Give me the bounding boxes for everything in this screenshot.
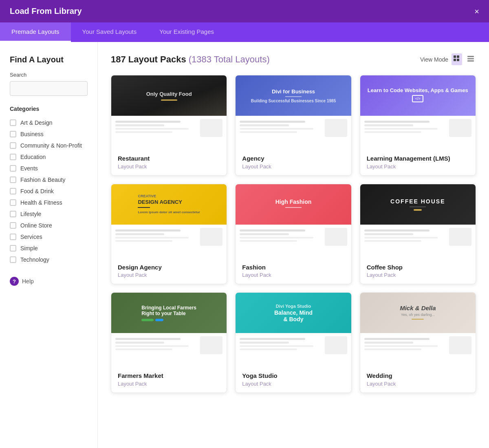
category-name-fashion: Fashion & Beauty	[20, 177, 66, 183]
category-checkbox-events[interactable]	[10, 165, 16, 172]
category-item-online-store[interactable]: Online Store	[10, 220, 88, 231]
category-name-simple: Simple	[20, 245, 38, 252]
card-type-wedding: Layout Pack	[367, 381, 469, 387]
category-item-health[interactable]: Health & Fitness	[10, 197, 88, 208]
category-name-services: Services	[20, 234, 42, 240]
category-checkbox-art[interactable]	[10, 119, 16, 126]
modal-container: Load From Library × Premade Layouts Your…	[0, 0, 489, 448]
category-name-health: Health & Fitness	[20, 199, 62, 206]
search-input[interactable]	[10, 81, 88, 96]
category-item-community[interactable]: Community & Non-Profit	[10, 140, 88, 151]
category-checkbox-fashion[interactable]	[10, 177, 16, 183]
card-info-agency: Agency Layout Pack	[236, 149, 351, 175]
card-info-fashion: Fashion Layout Pack	[236, 258, 351, 284]
svg-rect-6	[467, 60, 474, 62]
category-item-business[interactable]: Business	[10, 128, 88, 140]
card-name-wedding: Wedding	[367, 372, 469, 380]
category-name-technology: Technology	[20, 256, 49, 263]
card-name-restaurant: Restaurant	[118, 154, 220, 163]
layout-card-wedding[interactable]: Mick & DellaYes, oh yes darling... Weddi…	[360, 292, 476, 393]
category-checkbox-business[interactable]	[10, 131, 16, 137]
close-button[interactable]: ×	[474, 7, 479, 15]
category-name-business: Business	[20, 131, 44, 137]
category-checkbox-lifestyle[interactable]	[10, 211, 16, 217]
modal-title: Load From Library	[10, 7, 82, 16]
category-checkbox-health[interactable]	[10, 199, 16, 206]
layout-card-agency[interactable]: Divi for BusinessBuilding Successful Bus…	[235, 75, 351, 176]
card-type-restaurant: Layout Pack	[118, 163, 220, 170]
category-name-events: Events	[20, 165, 38, 172]
card-type-lms: Layout Pack	[367, 163, 469, 170]
card-name-lms: Learning Management (LMS)	[367, 154, 469, 163]
layout-card-fashion[interactable]: High Fashion Fashion Layout Pack	[235, 184, 351, 285]
card-type-agency: Layout Pack	[242, 163, 344, 170]
main-content: 187 Layout Packs (1383 Total Layouts) Vi…	[98, 42, 489, 448]
tab-saved[interactable]: Your Saved Layouts	[71, 22, 148, 42]
card-name-farmers: Farmers Market	[118, 372, 220, 380]
card-info-design-agency: Design Agency Layout Pack	[111, 258, 227, 284]
card-preview-farmers: Bringing Local FarmersRight to your Tabl…	[111, 293, 227, 366]
card-type-fashion: Layout Pack	[242, 272, 344, 278]
layout-grid: Only Quality Food Restaurant Layout Pack…	[111, 75, 476, 393]
layout-card-design-agency[interactable]: CREATIVEDESIGN AGENCYLorem ipsum dolor s…	[111, 184, 227, 285]
card-info-yoga: Yoga Studio Layout Pack	[236, 366, 351, 393]
card-preview-yoga: Divi Yoga StudioBalance, Mind& Body	[236, 293, 351, 366]
help-label: Help	[22, 278, 34, 285]
category-item-education[interactable]: Education	[10, 151, 88, 163]
categories-label: Categories	[10, 106, 88, 112]
category-checkbox-community[interactable]	[10, 142, 16, 149]
grid-view-icon[interactable]	[452, 53, 462, 65]
category-name-lifestyle: Lifestyle	[20, 211, 41, 217]
view-mode-label: View Mode	[420, 56, 448, 63]
total-layouts: (1383 Total Layouts)	[189, 54, 270, 64]
modal-header: Load From Library ×	[0, 0, 489, 22]
card-type-coffee: Layout Pack	[367, 272, 469, 278]
layout-card-restaurant[interactable]: Only Quality Food Restaurant Layout Pack	[111, 75, 227, 176]
category-name-education: Education	[20, 154, 46, 160]
card-name-agency: Agency	[242, 154, 344, 163]
category-checkbox-education[interactable]	[10, 154, 16, 160]
search-label: Search	[10, 72, 88, 78]
category-item-art[interactable]: Art & Design	[10, 117, 88, 128]
layout-card-lms[interactable]: Learn to Code Websites, Apps & Games</> …	[360, 75, 476, 176]
svg-rect-1	[457, 55, 459, 58]
category-item-food[interactable]: Food & Drink	[10, 185, 88, 197]
svg-rect-2	[454, 59, 456, 61]
layout-card-coffee[interactable]: COFFEE HOUSE Coffee Shop Layout Pack	[360, 184, 476, 285]
card-preview-wedding: Mick & DellaYes, oh yes darling...	[360, 293, 476, 366]
category-item-simple[interactable]: Simple	[10, 243, 88, 254]
category-item-services[interactable]: Services	[10, 231, 88, 243]
svg-rect-5	[467, 58, 474, 60]
card-name-fashion: Fashion	[242, 263, 344, 271]
tabs-bar: Premade Layouts Your Saved Layouts Your …	[0, 22, 489, 42]
help-button[interactable]: ? Help	[10, 277, 88, 286]
category-item-events[interactable]: Events	[10, 163, 88, 174]
card-preview-fashion: High Fashion	[236, 184, 351, 258]
card-preview-agency: Divi for BusinessBuilding Successful Bus…	[236, 75, 351, 149]
category-checkbox-simple[interactable]	[10, 245, 16, 252]
layout-card-yoga[interactable]: Divi Yoga StudioBalance, Mind& Body Yoga…	[235, 292, 351, 393]
category-item-technology[interactable]: Technology	[10, 254, 88, 265]
card-info-lms: Learning Management (LMS) Layout Pack	[360, 149, 476, 175]
card-name-yoga: Yoga Studio	[242, 372, 344, 380]
card-name-coffee: Coffee Shop	[367, 263, 469, 271]
layout-card-farmers[interactable]: Bringing Local FarmersRight to your Tabl…	[111, 292, 227, 393]
list-view-icon[interactable]	[465, 53, 476, 65]
help-icon: ?	[10, 277, 19, 286]
card-name-design-agency: Design Agency	[118, 263, 220, 271]
category-name-food: Food & Drink	[20, 188, 54, 194]
category-name-community: Community & Non-Profit	[20, 142, 82, 149]
category-checkbox-technology[interactable]	[10, 256, 16, 263]
category-name-art: Art & Design	[20, 119, 53, 126]
category-checkbox-services[interactable]	[10, 234, 16, 240]
tab-existing[interactable]: Your Existing Pages	[148, 22, 225, 42]
card-preview-restaurant: Only Quality Food	[111, 75, 227, 149]
category-checkbox-online-store[interactable]	[10, 222, 16, 229]
category-checkbox-food[interactable]	[10, 188, 16, 194]
category-item-fashion[interactable]: Fashion & Beauty	[10, 174, 88, 185]
svg-rect-3	[457, 59, 459, 61]
tab-premade[interactable]: Premade Layouts	[0, 22, 71, 42]
category-item-lifestyle[interactable]: Lifestyle	[10, 208, 88, 220]
view-mode-controls: View Mode	[420, 53, 476, 65]
sidebar: Find A Layout Search Categories Art & De…	[0, 42, 98, 448]
